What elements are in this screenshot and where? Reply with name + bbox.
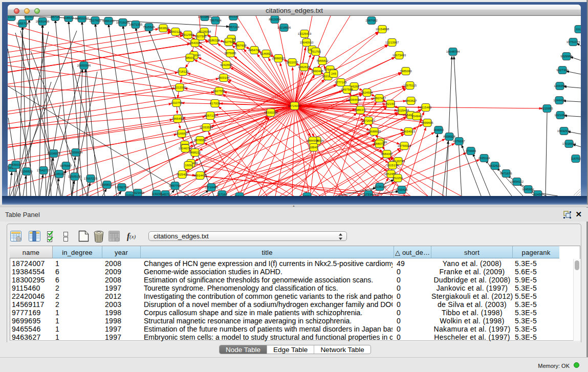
svg-text:(x): (x) <box>129 233 136 240</box>
svg-text:9327508: 9327508 <box>223 40 235 43</box>
svg-text:2867608: 2867608 <box>234 44 247 47</box>
svg-text:9055714: 9055714 <box>16 22 29 25</box>
svg-text:10688609: 10688609 <box>367 130 381 133</box>
svg-text:7857924: 7857924 <box>209 19 222 22</box>
svg-text:19751074: 19751074 <box>567 40 580 43</box>
svg-text:15886520: 15886520 <box>272 57 286 60</box>
svg-text:1244419: 1244419 <box>553 99 565 102</box>
svg-text:10958107: 10958107 <box>100 183 114 186</box>
svg-text:7857224: 7857224 <box>227 26 239 29</box>
svg-text:3624554: 3624554 <box>361 91 373 94</box>
svg-text:8878552: 8878552 <box>194 139 206 142</box>
svg-text:17942737: 17942737 <box>37 169 51 172</box>
svg-text:12213389: 12213389 <box>173 86 187 89</box>
svg-text:1609: 1609 <box>185 164 192 167</box>
svg-text:17016504: 17016504 <box>562 142 576 145</box>
svg-text:9329966: 9329966 <box>560 55 573 58</box>
svg-text:62160: 62160 <box>386 102 395 105</box>
svg-text:9245652: 9245652 <box>522 188 534 191</box>
svg-text:11056: 11056 <box>125 194 134 196</box>
svg-text:92456: 92456 <box>534 193 542 196</box>
svg-text:252254: 252254 <box>393 177 403 180</box>
svg-text:7485063: 7485063 <box>400 70 412 73</box>
svg-text:9146821: 9146821 <box>260 52 272 55</box>
svg-text:3875685: 3875685 <box>224 52 236 55</box>
svg-text:8471676: 8471676 <box>500 172 512 175</box>
svg-text:12213967: 12213967 <box>385 41 399 44</box>
svg-text:2603144: 2603144 <box>217 76 230 79</box>
svg-text:119234: 119234 <box>151 192 162 195</box>
svg-text:7955812: 7955812 <box>316 59 329 62</box>
svg-text:188072: 188072 <box>374 142 385 145</box>
svg-text:9777169: 9777169 <box>335 81 347 84</box>
svg-text:9327505: 9327505 <box>194 35 207 38</box>
svg-text:7625402: 7625402 <box>176 173 188 176</box>
svg-text:1527602: 1527602 <box>89 19 101 22</box>
svg-text:16671355: 16671355 <box>129 23 143 26</box>
svg-text:1145194: 1145194 <box>54 172 66 176</box>
svg-text:7515526: 7515526 <box>143 26 155 29</box>
svg-text:160338: 160338 <box>228 16 239 18</box>
svg-text:8990448: 8990448 <box>311 70 323 73</box>
svg-text:2935114: 2935114 <box>478 157 491 160</box>
svg-text:1010755: 1010755 <box>170 101 183 104</box>
svg-text:1156829: 1156829 <box>21 170 33 173</box>
svg-text:9463627: 9463627 <box>405 99 417 102</box>
svg-text:10807487: 10807487 <box>373 97 386 100</box>
svg-text:164093: 164093 <box>433 128 444 132</box>
svg-text:9699695: 9699695 <box>421 121 433 124</box>
svg-text:203557: 203557 <box>24 16 35 18</box>
svg-text:1884556: 1884556 <box>307 139 319 142</box>
svg-text:16543382: 16543382 <box>188 41 202 45</box>
svg-text:7663822: 7663822 <box>157 27 169 30</box>
svg-text:98901: 98901 <box>186 56 194 59</box>
svg-text:8267130: 8267130 <box>204 114 216 117</box>
svg-text:5822037: 5822037 <box>286 61 298 64</box>
svg-text:9975667: 9975667 <box>60 164 72 167</box>
svg-text:20364436: 20364436 <box>347 98 361 101</box>
svg-text:1621064: 1621064 <box>554 114 567 117</box>
svg-text:95714: 95714 <box>51 16 60 18</box>
svg-text:9242848: 9242848 <box>220 63 232 67</box>
svg-text:9227342: 9227342 <box>556 69 569 72</box>
svg-text:16914479: 16914479 <box>193 174 207 177</box>
svg-text:157164: 157164 <box>217 193 228 196</box>
svg-text:18845: 18845 <box>310 146 318 149</box>
svg-text:1905: 1905 <box>8 16 15 18</box>
svg-text:10973493: 10973493 <box>393 54 406 57</box>
svg-text:9457791: 9457791 <box>169 184 181 187</box>
svg-text:617006: 617006 <box>210 102 221 105</box>
svg-text:19692971: 19692971 <box>557 129 571 133</box>
svg-text:245: 245 <box>331 72 337 75</box>
svg-text:8427552: 8427552 <box>213 90 225 93</box>
svg-text:5498222: 5498222 <box>189 151 201 154</box>
svg-text:43901: 43901 <box>12 163 20 166</box>
svg-text:1615132: 1615132 <box>386 164 399 167</box>
svg-text:94577: 94577 <box>161 193 170 196</box>
svg-text:11353594: 11353594 <box>200 126 213 129</box>
svg-text:15884: 15884 <box>303 195 312 196</box>
svg-text:9115460: 9115460 <box>420 106 432 109</box>
svg-text:7632621: 7632621 <box>489 164 501 167</box>
svg-text:20206575: 20206575 <box>47 152 61 155</box>
svg-text:108532: 108532 <box>63 16 74 19</box>
svg-text:17957225: 17957225 <box>84 177 98 180</box>
svg-text:2718120: 2718120 <box>177 70 189 73</box>
svg-text:16154808: 16154808 <box>376 28 389 31</box>
svg-text:10853267: 10853267 <box>75 17 89 20</box>
svg-text:18724007: 18724007 <box>288 104 301 107</box>
svg-text:1209358: 1209358 <box>554 84 566 87</box>
svg-text:8186328: 8186328 <box>208 39 220 42</box>
svg-text:1733426: 1733426 <box>396 188 408 191</box>
svg-text:15640910: 15640910 <box>300 41 314 44</box>
svg-text:8215955: 8215955 <box>541 107 553 110</box>
svg-text:19218506: 19218506 <box>277 26 291 29</box>
svg-text:15716485: 15716485 <box>205 186 219 189</box>
svg-text:7986372: 7986372 <box>354 108 366 112</box>
svg-text:16033809: 16033809 <box>198 16 212 18</box>
svg-text:8454749: 8454749 <box>248 49 260 52</box>
svg-text:13325419: 13325419 <box>298 32 312 35</box>
svg-text:8938928: 8938928 <box>443 135 455 138</box>
svg-text:19756928: 19756928 <box>398 144 411 147</box>
svg-text:16782759: 16782759 <box>115 186 129 189</box>
